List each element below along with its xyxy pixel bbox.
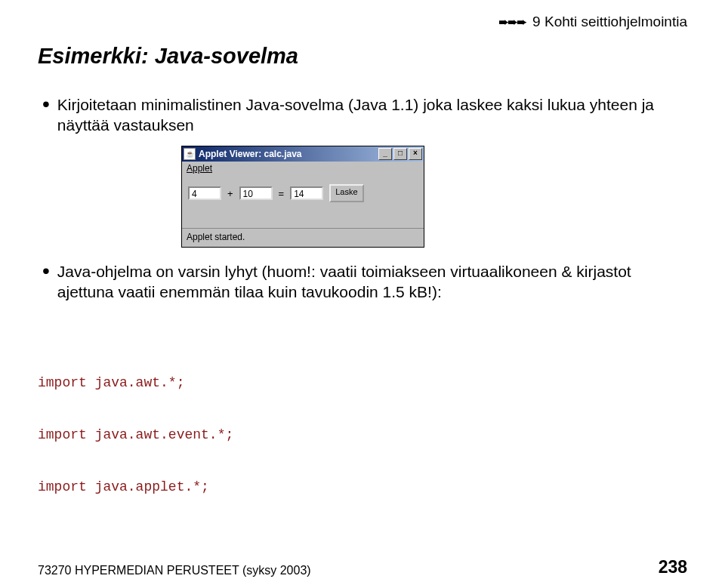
status-bar: Applet started. <box>182 228 424 247</box>
applet-window: ☕ Applet Viewer: calc.java _ □ × Applet … <box>181 146 424 248</box>
bullet-icon: • <box>42 263 50 279</box>
laske-button[interactable]: Laske <box>329 184 363 202</box>
breadcrumb: ➨➨➨ 9 Kohti seittiohjelmointia <box>38 14 687 30</box>
field-a[interactable]: 4 <box>188 186 221 200</box>
breadcrumb-text: 9 Kohti seittiohjelmointia <box>532 14 687 29</box>
applet-screenshot: ☕ Applet Viewer: calc.java _ □ × Applet … <box>181 146 687 248</box>
equals-label: = <box>279 188 285 199</box>
minimize-icon[interactable]: _ <box>378 148 392 160</box>
applet-body: 4 + 10 = 14 Laske <box>182 174 424 208</box>
window-titlebar: ☕ Applet Viewer: calc.java _ □ × <box>182 146 424 162</box>
code-line: import java.awt.event.*; <box>38 426 687 444</box>
menu-applet[interactable]: Applet <box>187 163 212 174</box>
bullet-item: • Kirjoitetaan minimalistinen Java-sovel… <box>42 94 687 135</box>
plus-label: + <box>227 188 233 199</box>
bullet-text: Kirjoitetaan minimalistinen Java-sovelma… <box>57 94 687 135</box>
close-icon[interactable]: × <box>409 148 422 160</box>
code-line: import java.awt.*; <box>38 374 687 392</box>
footer-text: 73270 HYPERMEDIAN PERUSTEET (syksy 2003) <box>38 564 311 577</box>
page-title: Esimerkki: Java-sovelma <box>38 44 687 69</box>
field-c[interactable]: 14 <box>290 186 323 200</box>
arrow-icon: ➨➨➨ <box>498 15 526 29</box>
field-b[interactable]: 10 <box>239 186 273 200</box>
java-icon: ☕ <box>184 148 196 160</box>
bullet-item: • Java-ohjelma on varsin lyhyt (huom!: v… <box>42 261 687 302</box>
window-title: Applet Viewer: calc.java <box>199 149 302 159</box>
bullet-text: Java-ohjelma on varsin lyhyt (huom!: vaa… <box>57 261 687 302</box>
bullet-icon: • <box>42 96 50 112</box>
menu-bar: Applet <box>182 162 424 174</box>
maximize-icon[interactable]: □ <box>393 148 407 160</box>
page-footer: 73270 HYPERMEDIAN PERUSTEET (syksy 2003)… <box>38 557 687 577</box>
code-block: import java.awt.*; import java.awt.event… <box>38 305 687 588</box>
code-line: import java.applet.*; <box>38 479 687 496</box>
page-number: 238 <box>659 557 687 577</box>
